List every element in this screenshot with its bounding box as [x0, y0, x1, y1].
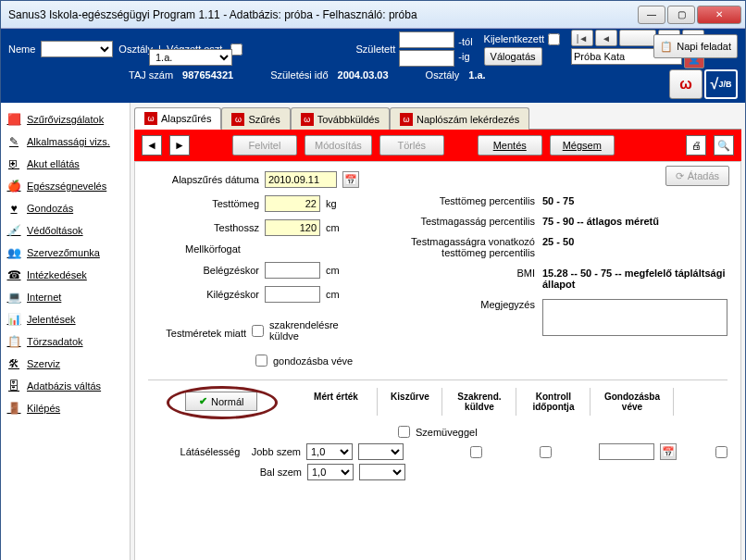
torles-button[interactable]: Törlés — [379, 135, 444, 156]
sidebar-item-12[interactable]: 🗄Adatbázis váltás — [3, 375, 128, 397]
mellkorfogat-label: Mellkörfogat — [148, 243, 259, 255]
tab-label: Alapszűrés — [161, 113, 211, 124]
nav-first-button[interactable]: |◄ — [571, 30, 593, 46]
calendar-icon[interactable]: 📅 — [342, 171, 359, 188]
sidebar-label: Jelentések — [27, 314, 124, 325]
felvitel-button[interactable]: Felvitel — [232, 135, 297, 156]
bal-szem-2-select[interactable] — [359, 464, 405, 480]
szuletett-ig-input[interactable] — [399, 50, 454, 67]
sidebar-item-2[interactable]: ⛨Akut ellátás — [3, 153, 128, 175]
napi-feladat-button[interactable]: 📋 Napi feladat — [653, 34, 738, 58]
szemuveggel-label: Szemüveggel — [416, 427, 478, 438]
kilegzeskor-input[interactable] — [265, 286, 320, 303]
jobb-calendar-icon[interactable]: 📅 — [660, 443, 677, 460]
tab-icon: ω — [400, 113, 413, 126]
tab-2[interactable]: ωTovábbküldés — [291, 107, 390, 130]
jobb-kiszurve-checkbox[interactable] — [470, 446, 482, 458]
jobb-gondozasba-checkbox[interactable] — [715, 446, 727, 458]
grid-kiszurve: Kiszűrve — [378, 388, 442, 416]
jobb-szem-label: Jobb szem — [245, 446, 301, 457]
grid-szakrend: Szakrend. küldve — [442, 388, 516, 416]
sidebar-item-5[interactable]: 💉Védőoltások — [3, 219, 128, 242]
nav-prev-button[interactable]: ◄ — [595, 30, 617, 46]
szemuveggel-checkbox[interactable] — [398, 426, 410, 438]
sidebar-item-11[interactable]: 🛠Szerviz — [3, 353, 128, 375]
sidebar-item-6[interactable]: 👥Szervezőmunka — [3, 242, 128, 264]
belegzeskor-label: Belégzéskor — [148, 265, 259, 276]
sidebar-icon: 👥 — [6, 245, 21, 260]
normal-button[interactable]: ✔ Normál — [185, 392, 257, 411]
taj-value: 987654321 — [182, 69, 233, 81]
sidebar-item-7[interactable]: ☎Intézkedések — [3, 264, 128, 286]
date-label: Alapszűrés dátuma — [148, 174, 259, 185]
maximize-button[interactable]: ▢ — [667, 6, 695, 24]
gondozasba-checkbox[interactable] — [255, 355, 267, 367]
sidebar-label: Adatbázis váltás — [27, 380, 124, 392]
sidebar-icon: ✎ — [6, 134, 21, 149]
tab-1[interactable]: ωSzűrés — [221, 107, 290, 130]
tab-3[interactable]: ωNaplószám lekérdezés — [390, 107, 529, 130]
megsem-button[interactable]: Mégsem — [550, 135, 615, 156]
vegzett-checkbox[interactable] — [230, 44, 242, 56]
sidebar-item-3[interactable]: 🍎Egészségnevelés — [3, 175, 128, 197]
ig-label: -ig — [458, 51, 472, 62]
belegzeskor-input[interactable] — [265, 262, 320, 279]
megjegyzes-textarea[interactable] — [542, 299, 727, 336]
neme-label: Neme — [8, 44, 35, 55]
sidebar-icon: ☎ — [6, 268, 21, 282]
rec-next-button[interactable]: ► — [169, 135, 190, 156]
tab-label: Továbbküldés — [317, 114, 379, 125]
corner-icon-2[interactable]: √J/B — [704, 69, 738, 99]
corner-icon-1[interactable]: ω — [669, 69, 702, 99]
gondozasba-label: gondozásba véve — [273, 355, 353, 367]
jobb-szem-2-select[interactable] — [358, 443, 404, 460]
megj-label: Megjegyzés — [394, 299, 542, 310]
tt-pct-value: 50 - 75 — [542, 195, 574, 206]
kijelentkezett-checkbox[interactable] — [548, 33, 560, 45]
jobb-kontroll-input[interactable] — [599, 443, 654, 460]
sidebar: 🟥Szűrővizsgálatok✎Alkalmassági vizs.⛨Aku… — [1, 103, 131, 560]
bal-szem-1-select[interactable]: 1,0 — [307, 464, 354, 480]
testtomeg-label: Testtömeg — [148, 198, 259, 209]
osztaly-select[interactable]: 1.a. — [149, 49, 232, 66]
szakrend-checkbox[interactable] — [252, 325, 264, 337]
sidebar-item-10[interactable]: 📋Törzsadatok — [3, 330, 128, 353]
sidebar-item-4[interactable]: ♥Gondozás — [3, 197, 128, 219]
jobb-szakrend-checkbox[interactable] — [540, 446, 552, 458]
jobb-szem-1-select[interactable]: 1,0 — [306, 443, 353, 460]
search-icon-button[interactable]: 🔍 — [714, 135, 734, 156]
neme-select[interactable] — [41, 41, 113, 57]
top-filter-bar: Neme Osztály | Végzett oszt. 1.a. Szület… — [1, 29, 745, 103]
modositas-button[interactable]: Módosítás — [305, 135, 372, 156]
sidebar-label: Egészségnevelés — [27, 180, 124, 192]
tab-icon: ω — [301, 113, 314, 126]
testhossz-input[interactable] — [265, 219, 320, 236]
sidebar-item-9[interactable]: 📊Jelentések — [3, 308, 128, 330]
oszt-info-label: Osztály — [426, 69, 460, 81]
minimize-button[interactable]: — — [638, 6, 665, 24]
sidebar-item-8[interactable]: 💻Internet — [3, 286, 128, 308]
bal-szem-label: Bal szem — [246, 467, 302, 478]
sidebar-item-1[interactable]: ✎Alkalmassági vizs. — [3, 131, 128, 153]
szakrend-label: szakrendelésre küldve — [269, 319, 367, 342]
date-input[interactable] — [265, 171, 337, 188]
szul-label: Születési idő — [270, 69, 328, 81]
sidebar-label: Védőoltások — [27, 225, 124, 236]
sidebar-item-13[interactable]: 🚪Kilépés — [3, 397, 128, 419]
rec-prev-button[interactable]: ◄ — [142, 135, 162, 156]
sidebar-label: Szerviz — [27, 358, 124, 369]
atadas-button[interactable]: ⟳ Átadás — [665, 166, 729, 186]
taj-label: TAJ szám — [129, 69, 173, 81]
valogatas-button[interactable]: Válogatás — [484, 47, 542, 66]
tab-0[interactable]: ωAlapszűrés — [134, 107, 221, 130]
testtomeg-input[interactable] — [265, 195, 320, 212]
action-bar: ◄ ► Felvitel Módosítás Törlés Mentés Még… — [134, 130, 741, 161]
close-button[interactable]: ✕ — [697, 6, 741, 24]
mentes-button[interactable]: Mentés — [478, 135, 542, 156]
sidebar-item-0[interactable]: 🟥Szűrővizsgálatok — [3, 108, 128, 131]
print-icon-button[interactable]: 🖨 — [686, 135, 706, 156]
content-area: ωAlapszűrésωSzűrésωTovábbküldésωNaplószá… — [131, 103, 745, 560]
bmi-value: 15.28 -- 50 - 75 -- megfelelő tápláltság… — [542, 268, 727, 290]
szuletett-tol-input[interactable] — [399, 31, 454, 48]
sidebar-label: Alkalmassági vizs. — [27, 136, 124, 147]
